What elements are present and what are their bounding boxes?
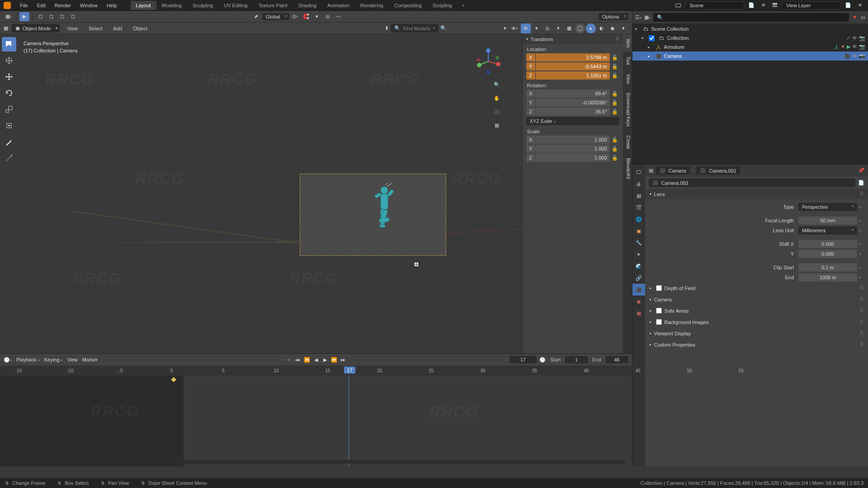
tab-render[interactable]: 🖵 xyxy=(632,166,645,178)
cursor-tool[interactable] xyxy=(2,53,16,68)
safeareas-panel[interactable]: Safe Areas⠿ xyxy=(645,305,868,316)
render-icon[interactable]: 📷 xyxy=(859,44,865,51)
lock-icon[interactable]: 🔓 xyxy=(610,64,619,70)
play-fwd-icon[interactable]: ▶ xyxy=(321,356,329,364)
anim-dot[interactable]: • xyxy=(857,228,863,233)
clipend-field[interactable]: 1000 m xyxy=(798,273,857,282)
bgimages-panel[interactable]: Background Images⠿ xyxy=(645,316,868,328)
tab-create[interactable]: Create xyxy=(623,131,632,154)
snap-options-icon[interactable]: ▾ xyxy=(312,12,322,21)
cursor-tool-icon[interactable]: ▶ xyxy=(19,12,29,21)
scale-y-field[interactable]: 1.000 xyxy=(536,145,610,153)
rotation-z-field[interactable]: 36.5° xyxy=(536,108,610,116)
dof-panel[interactable]: Depth of Field⠿ xyxy=(645,282,868,294)
pin-icon[interactable]: 📌 xyxy=(858,168,864,174)
clock-icon[interactable]: 🕑 xyxy=(539,357,546,363)
grid-icon[interactable]: ⠿ xyxy=(860,330,863,336)
tab-blenderkit[interactable]: BlenderKit xyxy=(623,154,632,183)
editor-type-icon[interactable]: ▦▾ xyxy=(4,12,14,21)
select-menu[interactable]: Select xyxy=(85,24,106,33)
tab-modifiers[interactable]: 🔧 xyxy=(632,237,645,249)
editor-type-timeline-icon[interactable]: 🕑▾ xyxy=(4,357,12,363)
workspace-add[interactable]: + xyxy=(458,1,469,10)
workspace-shading[interactable]: Shading xyxy=(293,1,322,10)
asset-search[interactable]: 🔍 Find Models ▾ xyxy=(391,24,439,33)
unit-dropdown[interactable]: Millimeters ▾ xyxy=(798,226,857,235)
viewlayer-new-icon[interactable]: 📄 xyxy=(844,1,853,10)
viewport-3d[interactable]: Camera Perspective (17) Collection | Cam… xyxy=(18,34,522,353)
view-menu[interactable]: View xyxy=(63,24,81,33)
jump-start-icon[interactable]: ⏮ xyxy=(294,356,302,364)
pose-icon[interactable]: ✶ xyxy=(841,44,845,51)
gizmo-opts-icon[interactable]: ▾ xyxy=(532,23,542,33)
gizmo-toggle-icon[interactable]: ⊕ xyxy=(521,23,531,33)
viewportdisplay-panel[interactable]: Viewport Display⠿ xyxy=(645,328,868,339)
grid-icon[interactable]: ⠿ xyxy=(860,191,863,197)
perspective-toggle-icon[interactable]: ▦ xyxy=(492,120,502,130)
timeline-ruler[interactable]: 17 -15-10-50510152025303540455055 xyxy=(0,366,632,375)
crumb-data[interactable]: 🎥Camera.001 xyxy=(696,166,740,175)
menu-render[interactable]: Render xyxy=(50,1,75,9)
tab-scene[interactable]: 🎬 xyxy=(632,202,645,213)
workspace-rendering[interactable]: Rendering xyxy=(355,1,389,10)
object-menu[interactable]: Object xyxy=(129,24,151,33)
rotation-x-field[interactable]: 89.4° xyxy=(536,89,610,98)
xray-icon[interactable]: ▦ xyxy=(564,23,574,33)
outliner-armature[interactable]: ▸ ⼈ Armature ⼈ ✶ ▶ 👁 📷 xyxy=(632,42,868,52)
viewlayer-name-field[interactable]: View Layer xyxy=(782,1,841,9)
measure-tool[interactable] xyxy=(2,151,16,165)
lock-icon[interactable]: 🔓 xyxy=(610,100,619,106)
armature-data-icon[interactable]: ⼈ xyxy=(834,44,839,51)
menu-help[interactable]: Help xyxy=(102,1,122,9)
autokey-icon[interactable]: ○ xyxy=(285,356,293,364)
tab-object[interactable]: ▣ xyxy=(632,225,645,237)
anim-dot[interactable]: • xyxy=(857,241,863,247)
menu-window[interactable]: Window xyxy=(75,1,102,9)
workspace-modeling[interactable]: Modeling xyxy=(156,1,188,10)
tab-view[interactable]: View xyxy=(623,70,632,89)
lock-icon[interactable]: 🔓 xyxy=(610,137,619,143)
camera-datablock-field[interactable]: 🎥Camera.001 xyxy=(649,178,855,187)
eye-icon[interactable]: 👁 xyxy=(852,44,857,51)
lock-icon[interactable]: 🔓 xyxy=(610,73,619,79)
tab-texture[interactable]: ▦ xyxy=(632,307,645,319)
scene-delete-icon[interactable]: ✕ xyxy=(759,1,768,10)
proportional-icon[interactable]: ◎ xyxy=(323,12,333,21)
customprops-panel[interactable]: Custom Properties⠿ xyxy=(645,339,868,350)
filter-icon[interactable]: 🔻 xyxy=(852,14,858,20)
playback-menu[interactable]: Playback ▾ xyxy=(16,357,40,362)
scale-x-field[interactable]: 1.000 xyxy=(536,136,610,144)
transform-tool[interactable] xyxy=(2,118,16,133)
tab-particles[interactable]: ✶ xyxy=(632,249,645,260)
clipstart-field[interactable]: 0.1 m xyxy=(798,263,857,272)
camera-data-icon[interactable]: 🎥 xyxy=(844,53,850,59)
lock-icon[interactable]: 🔓 xyxy=(610,109,619,115)
workspace-animation[interactable]: Animation xyxy=(322,1,355,10)
bgimages-checkbox[interactable] xyxy=(656,319,662,325)
crumb-scene-icon[interactable]: ▤ xyxy=(649,168,653,174)
camera-panel[interactable]: Camera⠿ xyxy=(645,294,868,305)
tab-world[interactable]: 🌐 xyxy=(632,213,645,225)
outliner-scene-collection[interactable]: ▾ 🗀 Scene Collection xyxy=(632,24,868,33)
wireframe-shade-icon[interactable]: ◯ xyxy=(575,23,585,33)
overlays-opts-icon[interactable]: ▾ xyxy=(553,23,563,33)
solid-shade-icon[interactable]: ● xyxy=(586,23,596,33)
lock-icon[interactable]: 🔓 xyxy=(610,146,619,152)
current-frame-field[interactable]: 17 xyxy=(509,356,537,363)
annotate-tool[interactable] xyxy=(2,135,16,149)
eye-icon[interactable]: 👁 xyxy=(852,53,857,59)
dropdown-arrow-icon[interactable]: ▾ xyxy=(504,25,506,31)
scrollbar[interactable] xyxy=(6,460,626,464)
eye-icon[interactable]: 👁 xyxy=(852,35,857,41)
extra-search-icon[interactable]: 🔍 xyxy=(440,25,447,31)
anim-dot[interactable]: • xyxy=(857,251,863,257)
next-key-icon[interactable]: ⏩ xyxy=(330,356,338,364)
location-x-field[interactable]: 2.5798 m xyxy=(536,53,610,61)
crumb-object[interactable]: 🎥Camera xyxy=(656,166,690,175)
outliner-collection[interactable]: ▾ 🗀 Collection ✓ 👁 📷 xyxy=(632,33,868,42)
select-extend-icon[interactable]: ◻ xyxy=(35,12,45,21)
workspace-layout[interactable]: Layout xyxy=(131,1,156,10)
scene-browse-icon[interactable] xyxy=(674,1,683,10)
workspace-uv[interactable]: UV Editing xyxy=(218,1,253,10)
dof-checkbox[interactable] xyxy=(656,285,662,291)
